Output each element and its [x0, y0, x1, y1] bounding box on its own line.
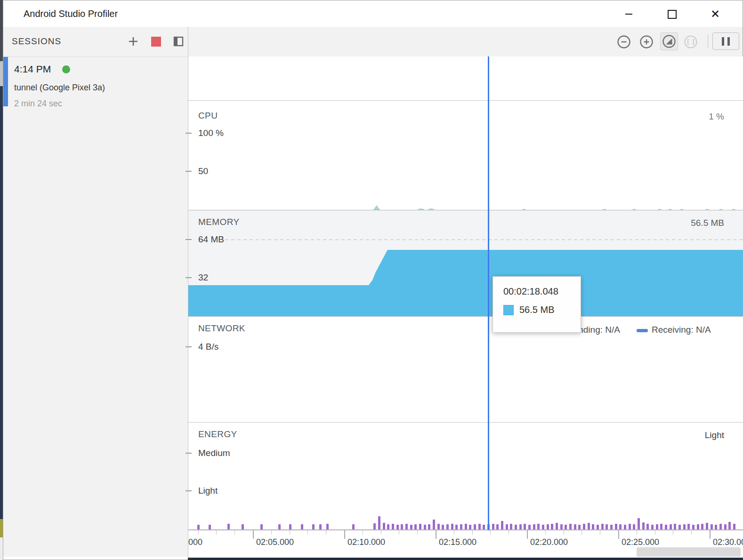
energy-event-bar	[719, 524, 722, 529]
minimize-button[interactable]	[618, 7, 639, 22]
reset-zoom-button[interactable]	[660, 32, 678, 50]
energy-event-bar	[401, 524, 403, 529]
energy-event-bar	[578, 525, 581, 529]
energy-event-bar	[711, 524, 713, 529]
timeline-minor-tick	[399, 530, 399, 535]
energy-event-bar	[469, 525, 471, 529]
timeline-scrollbar-thumb[interactable]	[637, 547, 741, 557]
energy-event-bar	[392, 524, 394, 529]
memory-max-gridline	[225, 240, 743, 240]
energy-event-bar	[209, 525, 211, 529]
tooltip-timestamp: 00:02:18.048	[503, 286, 581, 297]
timeline-label: 02:25.000	[622, 537, 659, 547]
session-duration: 2 min 24 sec	[14, 99, 62, 109]
pause-icon	[722, 37, 724, 46]
energy-event-bar	[619, 524, 622, 529]
add-session-button[interactable]	[125, 34, 142, 49]
memory-usage-chart	[188, 210, 743, 317]
session-time: 4:14 PM	[14, 64, 51, 75]
timeline-label: 02:00.000	[188, 537, 202, 547]
timeline-minor-tick	[198, 530, 199, 535]
energy-event-bar	[197, 525, 200, 529]
energy-event-bar	[606, 524, 608, 529]
energy-event-bar	[428, 524, 430, 529]
timeline-minor-tick	[691, 530, 692, 535]
section-divider	[188, 422, 743, 423]
sessions-toolbar: SESSIONS	[3, 27, 188, 57]
timeline-major-tick	[527, 530, 528, 539]
network-section-label[interactable]: NETWORK	[198, 323, 245, 334]
energy-event-bar	[510, 524, 512, 529]
close-icon: ✕	[711, 8, 720, 20]
axis-tick-dash	[186, 133, 192, 134]
energy-event-bar	[478, 524, 481, 529]
timeline-label: 02:30.000	[713, 537, 743, 547]
session-live-status-icon	[62, 65, 70, 73]
axis-tick-dash	[186, 453, 192, 454]
timeline-label: 02:15.000	[439, 537, 476, 547]
zoom-in-button[interactable]	[638, 34, 654, 50]
energy-event-bar	[492, 524, 494, 529]
energy-event-bar	[414, 524, 417, 529]
energy-event-bar	[560, 524, 563, 529]
energy-event-bar	[624, 525, 626, 529]
maximize-button[interactable]	[661, 7, 683, 22]
energy-event-bar	[642, 522, 645, 529]
energy-event-bar	[651, 525, 654, 529]
energy-event-bar	[633, 524, 635, 529]
timeline-minor-tick	[472, 530, 473, 535]
energy-event-bar	[724, 524, 727, 529]
sessions-panel	[3, 57, 188, 557]
energy-event-bar	[242, 524, 244, 529]
energy-event-bar	[373, 523, 376, 529]
axis-tick-label: Medium	[198, 448, 230, 458]
minimize-icon	[625, 14, 632, 15]
memory-section-label[interactable]: MEMORY	[198, 217, 240, 227]
energy-event-bar	[588, 523, 590, 529]
timeline-major-tick	[436, 530, 436, 539]
energy-event-bar	[301, 524, 303, 529]
pause-live-button[interactable]	[712, 32, 739, 50]
timeline-minor-tick	[490, 530, 491, 535]
timeline-minor-tick	[307, 530, 308, 535]
cpu-current-value: 1 %	[709, 112, 724, 122]
energy-event-bar	[706, 523, 708, 529]
zoom-to-selection-button	[683, 34, 699, 50]
section-divider	[188, 316, 743, 317]
close-button[interactable]: ✕	[704, 7, 726, 22]
energy-section-label[interactable]: ENERGY	[198, 429, 237, 440]
energy-current-value: Light	[705, 430, 724, 440]
zoom-out-button[interactable]	[616, 34, 632, 50]
energy-event-bar	[312, 524, 315, 529]
energy-event-bar	[383, 523, 385, 529]
energy-event-bar	[551, 524, 553, 529]
timeline-minor-tick	[655, 530, 655, 535]
timeline-major-tick	[618, 530, 619, 539]
energy-event-bar	[665, 525, 667, 529]
profiler-chart-area[interactable]: CPU 1 % MEMORY 56.5 MB NETWORK Sending: …	[188, 56, 743, 560]
energy-event-bar	[542, 525, 544, 529]
stop-session-button[interactable]	[147, 34, 164, 49]
toolbar-separator	[708, 34, 708, 48]
energy-event-bar	[701, 524, 703, 529]
energy-event-bar	[610, 525, 613, 529]
energy-event-bar	[289, 524, 291, 529]
energy-event-bar	[524, 524, 526, 529]
energy-event-bar	[515, 525, 517, 529]
collapse-panel-button[interactable]	[170, 34, 187, 49]
energy-event-bar	[692, 525, 695, 529]
profiler-window-root: { "titlebar": { "title": "Android Studio…	[0, 0, 743, 560]
energy-event-bar	[455, 525, 458, 529]
energy-event-bar	[597, 525, 599, 529]
timeline-cursor-line[interactable]	[488, 56, 489, 530]
network-receiving-legend: Receiving: N/A	[652, 325, 711, 335]
axis-tick-dash	[186, 277, 192, 278]
panel-divider[interactable]	[188, 27, 188, 558]
energy-event-bar	[670, 524, 672, 529]
energy-event-bar	[483, 525, 485, 529]
energy-event-bar	[556, 523, 558, 529]
energy-event-bar	[496, 524, 499, 529]
tooltip-memory-swatch-icon	[503, 305, 514, 315]
energy-event-bar	[519, 524, 522, 529]
cpu-section-label[interactable]: CPU	[198, 111, 218, 121]
